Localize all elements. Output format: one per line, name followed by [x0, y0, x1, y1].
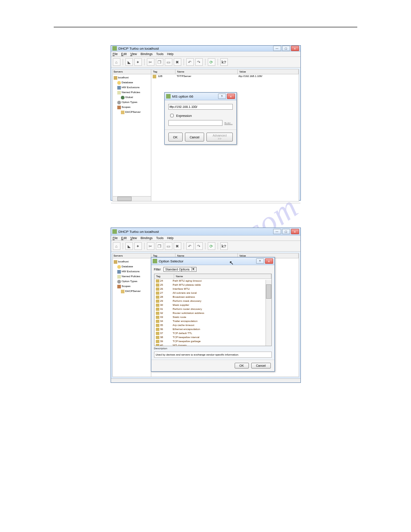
option-item[interactable]: 36Ethernet encapsulation: [154, 327, 271, 331]
expression-input[interactable]: [168, 120, 223, 126]
maximize-button[interactable]: ☐: [282, 229, 290, 234]
list-header[interactable]: Tag Name Value: [151, 69, 299, 74]
statusbar: [111, 378, 300, 382]
option-value-input[interactable]: [168, 104, 233, 110]
menu-file[interactable]: File: [113, 52, 118, 56]
menu-edit[interactable]: Edit: [121, 52, 127, 56]
menu-edit[interactable]: Edit: [121, 236, 127, 240]
tb-help-icon[interactable]: k?: [220, 58, 228, 66]
option-icon: [156, 296, 159, 299]
tb-paste-icon[interactable]: ▭: [165, 242, 172, 250]
option-item[interactable]: 39TCP keepalive garbage: [154, 339, 271, 343]
option-list[interactable]: Tag Name 24Path MTU aging timeout25Path …: [154, 274, 272, 346]
titlebar[interactable]: DHCP Turbo on localhost — ☐ ✕: [111, 228, 300, 236]
menu-view[interactable]: View: [130, 236, 137, 240]
build-link[interactable]: Build...: [224, 122, 232, 124]
window-title: DHCP Turbo on localhost: [119, 47, 273, 51]
tb-home-icon[interactable]: ⌂: [113, 58, 120, 66]
cancel-button[interactable]: Cancel: [185, 133, 205, 142]
option-icon: [156, 300, 159, 303]
option-icon: [156, 336, 159, 339]
tb-help-icon[interactable]: k?: [220, 242, 228, 250]
tb-refresh-icon[interactable]: ⟳: [208, 242, 215, 250]
option-item[interactable]: 27All subnets are local: [154, 291, 271, 295]
dialog-close-button[interactable]: ✕: [227, 94, 235, 99]
close-button[interactable]: ✕: [291, 229, 299, 234]
cancel-button[interactable]: Cancel: [251, 363, 271, 369]
close-button[interactable]: ✕: [291, 46, 299, 51]
option-item[interactable]: 29Perform mask discovery: [154, 299, 271, 303]
menubar[interactable]: File Edit View Bindings Tools Help: [111, 51, 300, 57]
menu-tools[interactable]: Tools: [156, 52, 163, 56]
tb-home-icon[interactable]: ⌂: [113, 242, 120, 250]
tb-tools-icon[interactable]: ✖: [174, 58, 181, 66]
option-item[interactable]: 28Broadcast address: [154, 295, 271, 299]
option-item[interactable]: 30Mask supplier: [154, 303, 271, 307]
tb-cut-icon[interactable]: ✂: [147, 242, 154, 250]
tb-wrench-icon[interactable]: ✦: [134, 58, 142, 66]
option-item[interactable]: 31Perform router discovery: [154, 307, 271, 311]
tb-tools-icon[interactable]: ✖: [174, 242, 181, 250]
option-item[interactable]: 34Trailer encapsulation: [154, 319, 271, 323]
menu-help[interactable]: Help: [167, 52, 173, 56]
option-icon: [156, 340, 159, 343]
tb-tag-icon[interactable]: ◣: [125, 242, 133, 250]
tb-copy-icon[interactable]: ❐: [156, 242, 163, 250]
titlebar[interactable]: DHCP Turbo on localhost — ☐ ✕: [111, 46, 300, 51]
menu-help[interactable]: Help: [167, 236, 173, 240]
dialog-close-button[interactable]: ✕: [265, 258, 273, 264]
option-icon: [156, 324, 159, 327]
tree[interactable]: localhost Database HW Exclusions Named P…: [113, 258, 151, 295]
option-icon: [156, 287, 159, 291]
list-vscroll[interactable]: [265, 280, 271, 346]
option-item[interactable]: 38TCP keepalive interval: [154, 335, 271, 339]
option-item[interactable]: 37TCP default TTL: [154, 331, 271, 335]
tree-hscroll[interactable]: [113, 196, 151, 201]
list-row[interactable]: 128 TFTPServer tftp://192.168.1.100/: [151, 74, 299, 79]
menu-view[interactable]: View: [130, 52, 137, 56]
tb-copy-icon[interactable]: ❐: [156, 58, 163, 66]
ok-button[interactable]: OK: [168, 133, 183, 142]
toolbar: ⌂ ◣ ✦ ✂ ❐ ▭ ✖ ↶ ↷ ⟳ k?: [111, 241, 300, 252]
option-item[interactable]: 40NIS domain: [154, 343, 271, 346]
tb-tag-icon[interactable]: ◣: [125, 58, 133, 66]
menu-bindings[interactable]: Bindings: [141, 52, 153, 56]
option-icon: [156, 292, 159, 295]
tb-undo-icon[interactable]: ↶: [186, 242, 194, 250]
option-item[interactable]: 25Path MTU plateau table: [154, 283, 271, 287]
option-item[interactable]: 33Static route: [154, 315, 271, 319]
filter-combo[interactable]: Standard Options: [163, 267, 196, 272]
minimize-button[interactable]: —: [273, 229, 281, 234]
option-item[interactable]: 24Path MTU aging timeout: [154, 279, 271, 283]
tb-undo-icon[interactable]: ↶: [186, 58, 194, 66]
tb-wrench-icon[interactable]: ✦: [134, 242, 142, 250]
advanced-button[interactable]: Advanced >>: [206, 133, 232, 142]
dialog-help-button[interactable]: ?: [218, 94, 226, 99]
tb-paste-icon[interactable]: ▭: [165, 58, 172, 66]
menu-bindings[interactable]: Bindings: [141, 236, 153, 240]
tree[interactable]: localhost Database HW Exclusions Named P…: [113, 74, 151, 116]
tb-redo-icon[interactable]: ↷: [195, 242, 203, 250]
tb-redo-icon[interactable]: ↷: [195, 58, 203, 66]
toolbar: ⌂ ◣ ✦ ✂ ❐ ▭ ✖ ↶ ↷ ⟳ k?: [111, 57, 300, 68]
menu-file[interactable]: File: [113, 236, 118, 240]
screenshot-1: DHCP Turbo on localhost — ☐ ✕ File Edit …: [111, 45, 301, 201]
tb-cut-icon[interactable]: ✂: [147, 58, 154, 66]
option-item[interactable]: 26Interface MTU: [154, 287, 271, 291]
maximize-button[interactable]: ☐: [282, 46, 290, 51]
app-icon: [112, 229, 117, 234]
expression-checkbox[interactable]: Expression: [168, 112, 233, 119]
page-rule: [54, 27, 357, 27]
minimize-button[interactable]: —: [273, 46, 281, 51]
option-item[interactable]: 35Arp cache timeout: [154, 323, 271, 327]
option-item[interactable]: 32Router solicitation address: [154, 311, 271, 315]
servers-header: Servers: [113, 69, 151, 74]
ok-button[interactable]: OK: [235, 363, 249, 369]
dialog-help-button[interactable]: ?: [256, 258, 264, 264]
dialog-ms-option-66: MS option 66 ? ✕ Expression Build... OK …: [164, 92, 237, 145]
menubar[interactable]: File Edit View Bindings Tools Help: [111, 236, 300, 241]
tb-refresh-icon[interactable]: ⟳: [208, 58, 215, 66]
dialog-icon: [153, 259, 157, 263]
option-icon: [156, 316, 159, 319]
menu-tools[interactable]: Tools: [156, 236, 163, 240]
